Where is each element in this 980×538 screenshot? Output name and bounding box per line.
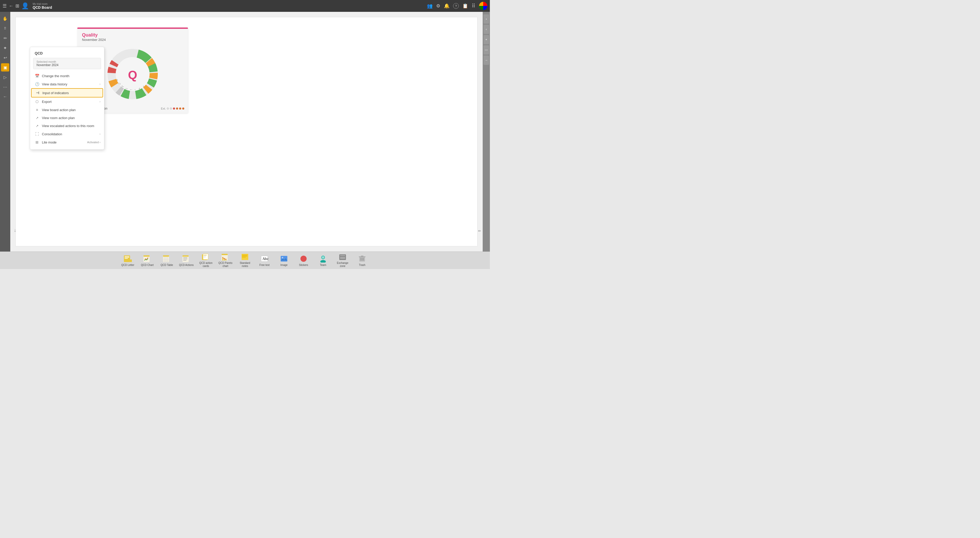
legend-dot-3 [173, 107, 175, 110]
svg-rect-68 [204, 257, 205, 257]
bell-icon[interactable]: 🔔 [444, 3, 450, 9]
menu-item-room-action[interactable]: ↗ View room action plan [30, 114, 104, 122]
export-icon: ⬡ [35, 99, 39, 104]
tool-standard-notes[interactable]: Standard notes [236, 253, 254, 268]
svg-rect-49 [130, 260, 132, 262]
menu-change-month-label: Change the month [42, 74, 69, 78]
history-icon: 🕐 [35, 82, 39, 86]
tool-qcd-chart[interactable]: QCD Chart [138, 253, 156, 268]
menu-consolidation-label: Consolidation [42, 132, 62, 136]
back-icon[interactable]: ← [9, 3, 13, 9]
bottom-toolbar: QCD Letter QCD Chart QCD [0, 252, 490, 269]
svg-rect-61 [183, 257, 188, 258]
qcd-letter-label: QCD Letter [121, 263, 134, 267]
menu-item-board-action[interactable]: ≡ View board action plan [30, 106, 104, 114]
qcd-actions-icon [182, 254, 191, 263]
menu-input-indicators-label: Input of indicators [42, 91, 69, 95]
tool-pencil[interactable]: ✏ [1, 34, 9, 42]
svg-rect-60 [183, 255, 189, 257]
lite-mode-badge: Activated › [87, 140, 100, 144]
tool-widget[interactable]: ▣ [1, 63, 9, 72]
tool-more[interactable]: ⋯ [1, 83, 9, 91]
legend-dot-2 [170, 107, 172, 110]
tool-undo[interactable]: ↩ [1, 53, 9, 62]
consolidation-icon: ⛶ [35, 132, 39, 136]
room-icon: 👤 [21, 2, 29, 10]
menu-item-input-indicators[interactable]: ⊣ Input of indicators [31, 88, 103, 97]
escalated-icon: ↗ [35, 124, 39, 128]
menu-item-export[interactable]: ⬡ Export › [30, 97, 104, 106]
tool-stickers[interactable]: Stickers [294, 253, 313, 268]
menu-item-consolidation[interactable]: ⛶ Consolidation › [30, 130, 104, 138]
tool-qcd-actions[interactable]: QCD Actions [177, 253, 196, 268]
menu-icon[interactable]: ☰ [3, 3, 7, 9]
menu-item-escalated[interactable]: ↗ View escalated actions to this room [30, 122, 104, 130]
qcd-card-date: November 2024 [82, 38, 183, 42]
legend-dot-1 [167, 107, 169, 110]
tool-qcd-table[interactable]: QCD Table [158, 253, 176, 268]
help-icon[interactable]: ? [453, 3, 459, 9]
svg-rect-62 [183, 259, 188, 259]
svg-rect-77 [242, 257, 246, 257]
menu-item-lite-mode[interactable]: ⊞ Lite mode Activated › [30, 138, 104, 146]
scroll-down-arrow[interactable]: ↓ [14, 228, 16, 233]
tool-back[interactable]: ← [1, 93, 9, 101]
canvas-area[interactable]: Quality November 2024 Q [10, 12, 483, 252]
tool-free-text[interactable]: Abc Free text [255, 253, 274, 268]
menu-room-action-label: View room action plan [42, 116, 75, 120]
standard-notes-icon [240, 253, 249, 261]
apps-icon[interactable]: ⠿ [472, 3, 476, 9]
team-icon [319, 254, 328, 263]
legend-dot-6 [182, 107, 184, 110]
menu-item-data-history[interactable]: 🕐 View data history › [30, 80, 104, 88]
svg-rect-46 [125, 256, 129, 257]
arrow-icon: › [99, 82, 100, 86]
svg-rect-76 [242, 256, 247, 256]
qcd-letter-icon [123, 254, 132, 263]
svg-text:Q: Q [128, 68, 137, 81]
qcd-chart-icon [143, 254, 152, 263]
tool-cursor[interactable]: ✋ [1, 14, 9, 22]
tool-qcd-pareto[interactable]: QCD Pareto chart [216, 253, 235, 268]
right-tab-expand[interactable]: › [484, 14, 489, 24]
svg-rect-63 [183, 260, 186, 260]
edit-tool[interactable]: ✏ [478, 229, 481, 233]
tool-qcd-action-cards[interactable]: QCD action cards [197, 253, 215, 268]
qcd-table-label: QCD Table [161, 263, 173, 267]
tool-qcd-letter[interactable]: QCD Letter [118, 253, 137, 268]
users-icon[interactable]: 👥 [427, 3, 433, 9]
menu-item-change-month[interactable]: 📅 Change the month [30, 72, 104, 80]
menu-lite-mode-label: Lite mode [42, 140, 57, 144]
avatar[interactable] [479, 2, 487, 10]
image-label: Image [280, 263, 288, 267]
input-icon: ⊣ [35, 91, 40, 95]
right-tab-forward[interactable]: → [484, 56, 489, 65]
tool-team[interactable]: Team [314, 253, 332, 268]
selected-month-value: November 2024 [37, 63, 98, 67]
svg-rect-92 [361, 255, 363, 256]
svg-rect-51 [143, 255, 150, 257]
exchange-zone-label: Exchange zone [334, 262, 351, 268]
free-text-label: Free text [259, 263, 269, 267]
grid-icon[interactable]: ⊞ [16, 3, 19, 9]
tool-trash[interactable]: Trash [353, 253, 371, 268]
right-tab-collapse[interactable]: ‹ [484, 25, 489, 34]
canvas-board: Quality November 2024 Q [16, 17, 477, 246]
right-tab-minus[interactable]: — [484, 45, 489, 54]
context-menu: QCD Selected month November 2024 📅 Chang… [30, 47, 104, 150]
tool-grid-dots[interactable]: ⠿ [1, 24, 9, 32]
tool-play[interactable]: ▷ [1, 73, 9, 81]
consolidation-arrow-icon: › [99, 132, 100, 136]
tool-image[interactable]: Image [275, 253, 293, 268]
standard-notes-label: Standard notes [237, 262, 253, 268]
trash-label: Trash [359, 263, 365, 267]
tool-exchange-zone[interactable]: Exchange zone [333, 253, 352, 268]
book-icon[interactable]: 📋 [462, 3, 468, 9]
navbar-left: ☰ ← ⊞ 👤 My trial room QCD Board [3, 2, 425, 10]
context-menu-selected-month: Selected month November 2024 [33, 58, 101, 69]
svg-rect-53 [163, 255, 169, 257]
legend-dot-4 [176, 107, 178, 110]
right-tab-add[interactable]: + [484, 35, 489, 44]
tool-nodes[interactable]: ❖ [1, 44, 9, 52]
settings-icon[interactable]: ⚙ [436, 3, 440, 9]
